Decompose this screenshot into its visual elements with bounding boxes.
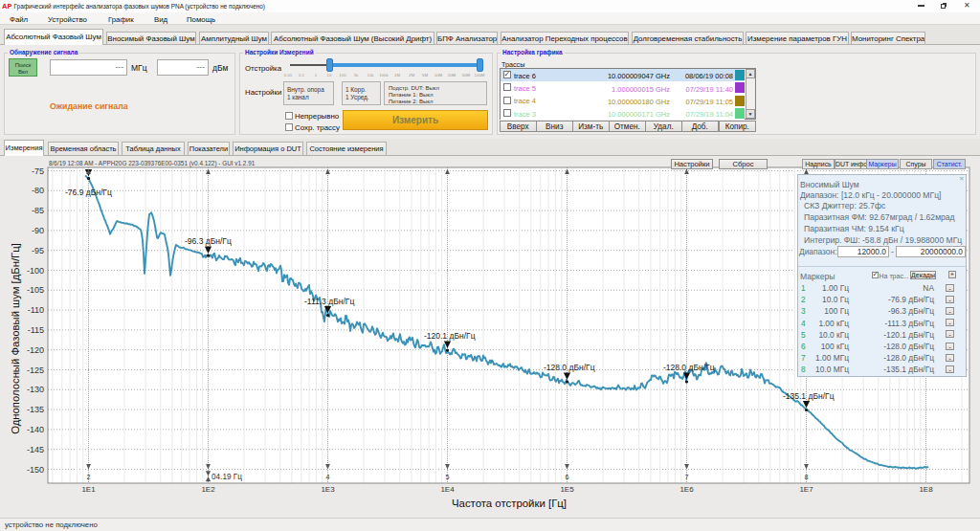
svg-text:-100: -100: [27, 266, 44, 276]
svg-text:-90: -90: [32, 226, 44, 235]
svg-text:-150: -150: [27, 465, 44, 475]
svg-text:8: 8: [805, 473, 809, 481]
svg-text:1E8: 1E8: [919, 485, 933, 494]
svg-text:-111.3 дБн/Гц: -111.3 дБн/Гц: [304, 297, 354, 306]
svg-text:2: 2: [87, 473, 91, 481]
svg-text:-110: -110: [28, 305, 44, 315]
svg-text:Частота отстройки [Гц]: Частота отстройки [Гц]: [452, 498, 567, 509]
svg-text:1E6: 1E6: [679, 485, 694, 494]
svg-text:-125: -125: [27, 365, 44, 375]
svg-text:Однополосный Фазовый шум [дБн/: Однополосный Фазовый шум [дБн/Гц]: [10, 243, 21, 434]
svg-text:8/6/19 12:08 AM - APPH20G 223-: 8/6/19 12:08 AM - APPH20G 223-039376E00-…: [49, 160, 256, 167]
svg-text:-145: -145: [27, 445, 44, 454]
svg-text:04.19 Гц: 04.19 Гц: [212, 473, 242, 481]
svg-text:-128.0 дБн/Гц: -128.0 дБн/Гц: [544, 363, 595, 372]
svg-text:7: 7: [685, 473, 689, 481]
svg-text:-105: -105: [27, 285, 44, 295]
svg-text:-80: -80: [32, 186, 44, 195]
svg-text:-128.0 дБн/Гц: -128.0 дБн/Гц: [663, 363, 715, 372]
svg-text:1E1: 1E1: [81, 485, 96, 494]
svg-text:-96.3 дБн/Гц: -96.3 дБн/Гц: [185, 236, 232, 246]
svg-text:-130: -130: [27, 385, 44, 394]
svg-text:1E5: 1E5: [560, 485, 574, 494]
svg-text:-115: -115: [28, 325, 44, 335]
svg-text:6: 6: [566, 473, 569, 481]
svg-text:1E3: 1E3: [321, 485, 335, 494]
svg-text:1E2: 1E2: [201, 485, 215, 494]
svg-text:-76.9 дБн/Гц: -76.9 дБн/Гц: [65, 188, 112, 197]
svg-text:-75: -75: [32, 166, 44, 176]
svg-text:-135.1 дБн/Гц: -135.1 дБн/Гц: [783, 391, 835, 401]
svg-text:5: 5: [446, 473, 450, 481]
svg-text:-120.1 дБн/Гц: -120.1 дБн/Гц: [424, 331, 476, 341]
svg-text:1E4: 1E4: [440, 485, 455, 494]
svg-text:1E7: 1E7: [799, 485, 813, 494]
svg-text:4: 4: [326, 473, 330, 481]
svg-text:-140: -140: [27, 425, 44, 434]
svg-text:-135: -135: [27, 405, 44, 414]
svg-text:-85: -85: [32, 206, 44, 215]
svg-text:-120: -120: [27, 345, 44, 355]
svg-text:-95: -95: [32, 246, 44, 255]
